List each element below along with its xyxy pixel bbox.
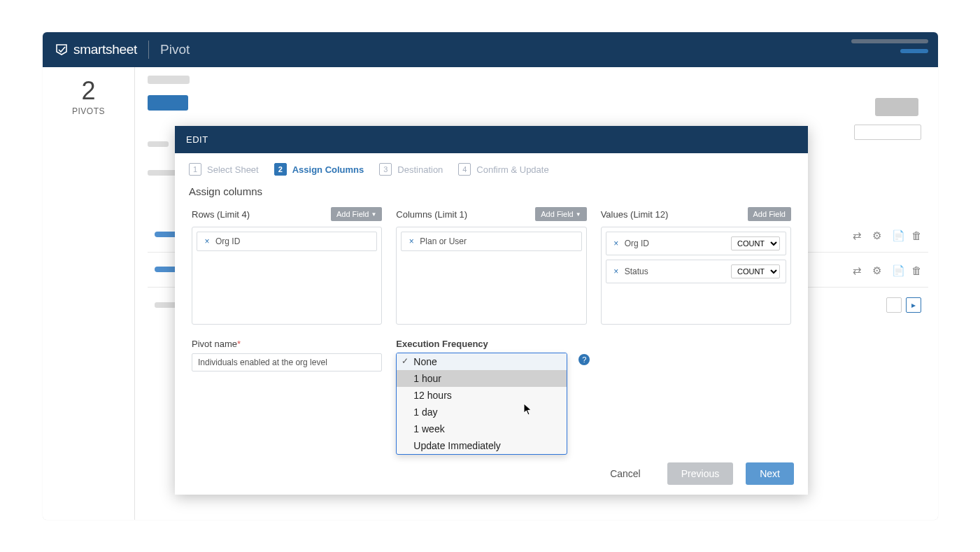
dropdown-option-1hour[interactable]: 1 hour: [397, 370, 567, 387]
chip-label: Org ID: [215, 236, 240, 246]
exec-freq-label: Execution Frequency: [396, 339, 586, 349]
chip-label: Plan or User: [420, 236, 467, 246]
pivot-name-label: Pivot name*: [192, 339, 382, 349]
logo-block: smartsheet: [55, 42, 137, 57]
dropdown-option-1week[interactable]: 1 week: [397, 420, 567, 437]
values-panel: Values (Limit 12) Add Field × Org ID COU…: [601, 207, 791, 325]
columns-field-container[interactable]: × Plan or User: [396, 227, 586, 325]
row-action-icons: ⇄⚙📄🗑: [853, 264, 921, 274]
add-field-label: Add Field: [753, 210, 786, 218]
chip-label: Status: [625, 267, 648, 276]
aggregation-select[interactable]: COUNT: [731, 236, 780, 250]
chip-label: Org ID: [625, 239, 649, 248]
pivot-name-group: Pivot name*: [192, 339, 382, 371]
next-button[interactable]: Next: [746, 462, 794, 485]
modal-title: EDIT: [175, 126, 808, 153]
step-confirm-update[interactable]: 4 Confirm & Update: [458, 163, 548, 176]
remove-chip-icon[interactable]: ×: [612, 267, 620, 276]
content-shell: 2 PIVOTS ⇄⚙📄🗑: [43, 67, 938, 520]
row-chip[interactable]: × Org ID: [197, 232, 377, 251]
step-label: Select Sheet: [207, 164, 259, 175]
step-assign-columns[interactable]: 2 Assign Columns: [274, 163, 364, 176]
lower-row: Pivot name* Execution Frequency None 1 h…: [175, 329, 808, 371]
cancel-button[interactable]: Cancel: [596, 462, 655, 485]
values-title: Values (Limit 12): [601, 209, 669, 220]
smartsheet-logo-icon: [55, 43, 68, 56]
divider: [148, 41, 149, 59]
columns-area: Rows (Limit 4) Add Field ▼ × Org ID: [175, 203, 808, 329]
step-label: Assign Columns: [292, 164, 364, 175]
step-destination[interactable]: 3 Destination: [379, 163, 443, 176]
add-field-label: Add Field: [336, 210, 369, 218]
step-label: Confirm & Update: [476, 164, 548, 175]
spacer: [601, 339, 791, 371]
caret-down-icon: ▼: [371, 211, 376, 218]
top-bar: smartsheet Pivot: [43, 32, 938, 67]
add-field-rows-button[interactable]: Add Field ▼: [331, 207, 382, 221]
row-action-icons: ⇄⚙📄🗑: [853, 229, 921, 239]
remove-chip-icon[interactable]: ×: [203, 237, 211, 246]
step-number: 3: [379, 163, 392, 176]
aggregation-select[interactable]: COUNT: [731, 264, 780, 278]
top-right-placeholder: [851, 39, 928, 53]
dropdown-option-12hours[interactable]: 12 hours: [397, 387, 567, 404]
previous-button[interactable]: Previous: [667, 462, 733, 485]
value-chip[interactable]: × Status COUNT: [606, 260, 786, 283]
brand-text: smartsheet: [73, 42, 137, 57]
pivots-count: 2: [43, 78, 134, 104]
section-title: Assign columns: [175, 185, 808, 203]
edit-modal: EDIT 1 Select Sheet 2 Assign Columns 3 D…: [175, 126, 808, 495]
dropdown-option-none[interactable]: None: [397, 353, 567, 370]
column-chip[interactable]: × Plan or User: [401, 232, 581, 251]
rows-title: Rows (Limit 4): [192, 209, 250, 220]
step-number: 1: [189, 163, 201, 176]
dropdown-option-update-immediately[interactable]: Update Immediately: [397, 437, 567, 454]
dropdown-option-1day[interactable]: 1 day: [397, 404, 567, 420]
add-field-values-button[interactable]: Add Field: [748, 207, 791, 221]
pivots-label: PIVOTS: [43, 106, 134, 116]
rows-field-container[interactable]: × Org ID: [192, 227, 382, 325]
values-field-container[interactable]: × Org ID COUNT × Status COUNT: [601, 227, 791, 325]
step-select-sheet[interactable]: 1 Select Sheet: [189, 163, 259, 176]
remove-chip-icon[interactable]: ×: [612, 239, 620, 248]
columns-panel: Columns (Limit 1) Add Field ▼ × Plan or …: [396, 207, 586, 325]
add-field-columns-button[interactable]: Add Field ▼: [535, 207, 586, 221]
app-window: smartsheet Pivot 2 PIVOTS: [43, 32, 938, 520]
exec-freq-group: Execution Frequency None 1 hour 12 hours…: [396, 339, 586, 371]
columns-title: Columns (Limit 1): [396, 209, 467, 220]
caret-down-icon: ▼: [576, 211, 581, 218]
step-label: Destination: [397, 164, 443, 175]
modal-footer: Cancel Previous Next: [596, 462, 794, 485]
value-chip[interactable]: × Org ID COUNT: [606, 232, 786, 255]
summary-panel: 2 PIVOTS: [43, 67, 135, 520]
wizard-steps: 1 Select Sheet 2 Assign Columns 3 Destin…: [175, 153, 808, 185]
help-icon[interactable]: ?: [578, 354, 590, 365]
rows-panel: Rows (Limit 4) Add Field ▼ × Org ID: [192, 207, 382, 325]
pivot-name-input[interactable]: [192, 353, 382, 371]
exec-freq-dropdown[interactable]: None 1 hour 12 hours 1 day 1 week Update…: [396, 353, 567, 455]
app-name: Pivot: [160, 42, 190, 57]
add-field-label: Add Field: [541, 210, 573, 218]
step-number: 2: [274, 163, 287, 176]
remove-chip-icon[interactable]: ×: [407, 237, 416, 246]
step-number: 4: [458, 163, 471, 176]
